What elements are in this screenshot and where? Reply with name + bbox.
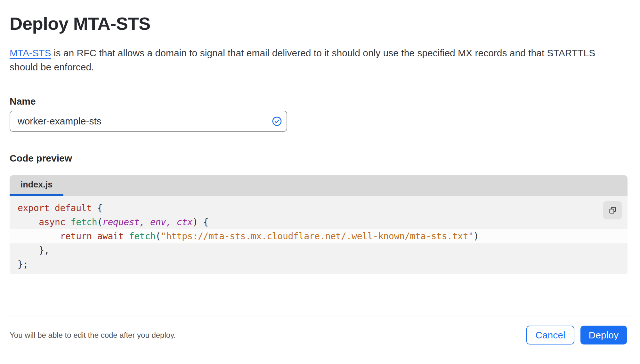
tab-indexjs[interactable]: index.js <box>10 175 63 196</box>
footer-divider <box>6 315 634 315</box>
code-area: export default { async fetch(request, en… <box>10 196 628 274</box>
code-preview-label: Code preview <box>10 152 628 164</box>
deploy-button[interactable]: Deploy <box>580 326 627 344</box>
tab-label: index.js <box>20 180 53 190</box>
footer-actions: Cancel Deploy <box>526 326 627 344</box>
code-block: export default { async fetch(request, en… <box>10 201 628 272</box>
cancel-button[interactable]: Cancel <box>526 326 574 344</box>
copy-button[interactable] <box>603 201 622 219</box>
name-label: Name <box>10 95 628 107</box>
deploy-mta-sts-page: Deploy MTA-STS MTA-STS is an RFC that al… <box>0 0 640 274</box>
code-line: async fetch(request, env, ctx) { <box>10 215 628 229</box>
code-line: export default { <box>10 201 628 215</box>
footer-note: You will be able to edit the code after … <box>10 331 176 340</box>
check-circle-icon <box>272 116 282 126</box>
name-input-wrap <box>10 111 287 132</box>
footer: You will be able to edit the code after … <box>0 326 640 344</box>
page-title: Deploy MTA-STS <box>10 13 628 35</box>
intro-text-rest: is an RFC that allows a domain to signal… <box>10 48 595 72</box>
code-line: }, <box>10 243 628 257</box>
copy-icon <box>608 206 617 215</box>
mta-sts-link[interactable]: MTA-STS <box>10 48 51 58</box>
code-editor: index.js export default { async fetch(re… <box>10 175 628 274</box>
intro-text: MTA-STS is an RFC that allows a domain t… <box>10 46 618 74</box>
tab-bar: index.js <box>10 175 628 196</box>
name-input[interactable] <box>10 111 287 132</box>
code-line: }; <box>10 257 628 272</box>
code-line: return await fetch("https://mta-sts.mx.c… <box>10 229 628 243</box>
